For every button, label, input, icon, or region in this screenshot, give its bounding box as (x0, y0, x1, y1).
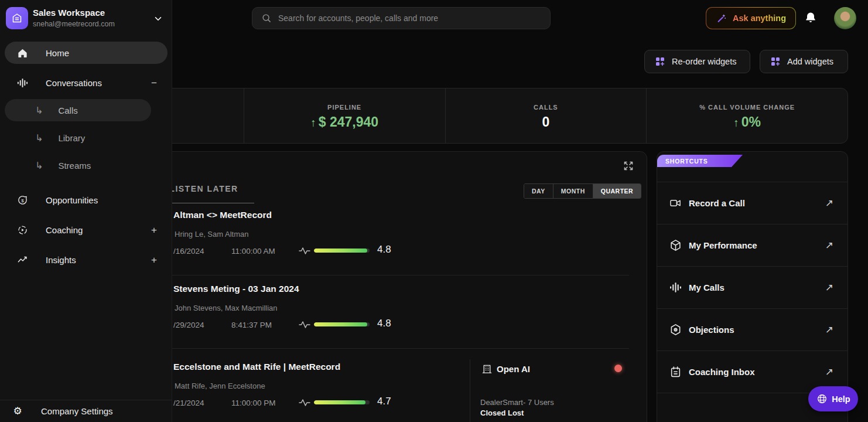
volume-change-label: % CALL VOLUME CHANGE (647, 104, 848, 111)
pulse-icon (298, 245, 311, 257)
call-score: 4.7 (377, 396, 391, 407)
call-date: /21/2024 (173, 399, 204, 407)
call-date: /16/2024 (173, 247, 204, 256)
open-arrow-icon: ↗ (825, 366, 833, 378)
reorder-widgets-button[interactable]: Re-order widgets (644, 50, 750, 73)
sub-arrow-icon: ↳ (35, 160, 43, 171)
sidebar-item-streams[interactable]: ↳ Streams (5, 154, 151, 176)
waveform-icon (669, 281, 682, 294)
coaching-icon (16, 224, 28, 236)
search-input[interactable] (278, 13, 542, 23)
open-arrow-icon: ↗ (825, 197, 833, 209)
call-title: Eccelstone and Matt Rife | MeetRecord (173, 362, 340, 372)
expand-plus-icon[interactable]: + (151, 255, 157, 265)
shortcut-label: My Calls (689, 283, 818, 292)
open-arrow-icon: ↗ (825, 239, 833, 251)
workspace-logo-icon (6, 7, 28, 29)
notification-bell-icon[interactable] (804, 11, 818, 25)
open-arrow-icon: ↗ (825, 324, 833, 336)
sidebar-item-label: Library (58, 133, 85, 143)
workspace-name: Sales Workspace (33, 8, 105, 18)
shortcuts-ribbon: SHORTCUTS (657, 155, 743, 167)
pulse-icon (298, 397, 311, 409)
score-bar (314, 322, 370, 326)
hexagon-eye-icon (669, 324, 682, 336)
sidebar-item-home[interactable]: Home (5, 42, 168, 64)
widgets-grid-icon (654, 56, 666, 67)
sidebar-item-insights[interactable]: Insights + (5, 249, 168, 271)
shortcut-label: Coaching Inbox (689, 367, 818, 377)
shortcuts-panel: SHORTCUTS Record a Call ↗ My Performance… (657, 151, 848, 422)
range-day-button[interactable]: DAY (524, 184, 553, 198)
chevron-down-icon[interactable] (152, 13, 164, 25)
sidebar-item-label: Streams (58, 161, 91, 171)
workspace-email: snehal@meetrecord.com (33, 20, 115, 28)
column-divider (470, 359, 470, 422)
video-camera-icon (669, 197, 682, 210)
sidebar: Sales Workspace snehal@meetrecord.com Ho… (0, 0, 172, 422)
call-participants: Matt Rife, Jenn Eccelstone (175, 382, 265, 390)
account-status: Closed Lost (480, 409, 524, 417)
sidebar-item-label: Calls (58, 106, 77, 115)
sidebar-item-label: Home (46, 48, 69, 58)
building-icon (481, 363, 493, 375)
sidebar-item-label: Conversations (46, 78, 102, 88)
dashboard-page: Ask anything Re-order widgets Add widget… (0, 0, 868, 422)
trend-icon (16, 254, 28, 266)
widgets-add-icon (770, 56, 781, 67)
workspace-switcher[interactable]: Sales Workspace snehal@meetrecord.com (0, 0, 172, 36)
sidebar-item-coaching[interactable]: Coaching + (5, 219, 168, 241)
add-widgets-label: Add widgets (787, 57, 833, 66)
global-search[interactable] (252, 7, 551, 29)
cube-icon (669, 239, 682, 252)
sidebar-item-company-settings[interactable]: ⚙ Company Settings (0, 400, 172, 422)
stat-cell-pipeline: PIPELINE ↑$ 247,940 (244, 89, 446, 143)
pipeline-value: ↑$ 247,940 (244, 114, 445, 130)
svg-text:$: $ (21, 198, 24, 203)
expand-icon[interactable] (622, 159, 635, 172)
waveform-icon (16, 77, 28, 89)
expand-plus-icon[interactable]: + (151, 225, 157, 235)
shortcut-label: My Performance (689, 240, 818, 250)
ask-anything-label: Ask anything (733, 13, 786, 23)
calls-value: 0 (446, 114, 647, 130)
call-title: Altman <> MeetRecord (173, 210, 272, 220)
collapse-minus-icon[interactable]: − (151, 78, 157, 88)
sidebar-item-label: Opportunities (46, 195, 98, 205)
range-quarter-button[interactable]: QUARTER (593, 184, 641, 198)
sub-arrow-icon: ↳ (35, 105, 43, 116)
shortcut-objections[interactable]: Objections ↗ (657, 308, 848, 350)
volume-change-value: ↑0% (647, 114, 848, 130)
shortcut-my-calls[interactable]: My Calls ↗ (657, 266, 848, 308)
user-avatar[interactable] (834, 7, 856, 29)
sub-arrow-icon: ↳ (35, 132, 43, 144)
trend-up-arrow: ↑ (733, 117, 739, 129)
sidebar-item-label: Coaching (46, 225, 83, 235)
shortcuts-ribbon-label: SHORTCUTS (665, 158, 708, 165)
ask-anything-button-border: Ask anything (706, 7, 796, 29)
shortcut-my-performance[interactable]: My Performance ↗ (657, 224, 848, 266)
add-widgets-button[interactable]: Add widgets (760, 50, 848, 73)
ask-anything-button[interactable]: Ask anything (706, 8, 795, 29)
shortcut-record-a-call[interactable]: Record a Call ↗ (657, 182, 848, 224)
sidebar-item-calls[interactable]: ↳ Calls (5, 99, 151, 121)
sidebar-item-conversations[interactable]: Conversations − (5, 72, 168, 94)
sidebar-item-library[interactable]: ↳ Library (5, 127, 151, 149)
score-bar (314, 400, 370, 404)
pulse-icon (298, 319, 311, 331)
calls-label: CALLS (446, 104, 647, 111)
shortcut-label: Record a Call (689, 198, 818, 208)
open-arrow-icon: ↗ (825, 281, 833, 294)
shortcut-label: Objections (689, 325, 818, 335)
call-participants: John Stevens, Max Macmillian (175, 304, 278, 312)
help-label: Help (832, 394, 850, 404)
score-bar (314, 249, 370, 253)
sidebar-item-label: Company Settings (41, 406, 113, 416)
call-title: Stevens Meting - 03 Jan 2024 (173, 284, 299, 294)
help-button[interactable]: Help (808, 386, 858, 411)
account-name[interactable]: Open AI (497, 364, 530, 374)
sidebar-item-opportunities[interactable]: $ Opportunities (5, 189, 168, 211)
pipeline-label: PIPELINE (244, 104, 445, 111)
home-icon (16, 47, 28, 59)
range-month-button[interactable]: MONTH (553, 184, 593, 198)
